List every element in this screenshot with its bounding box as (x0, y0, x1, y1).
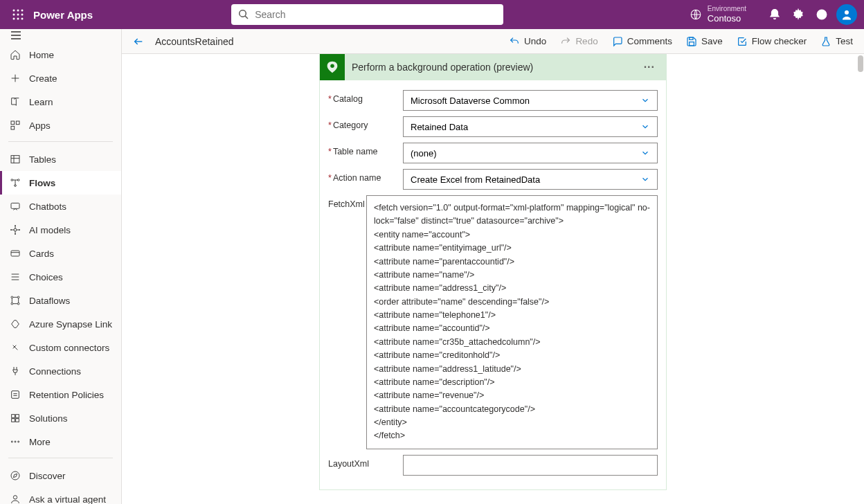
test-icon (820, 36, 831, 47)
fetchxml-line: <attribute name="telephone1"/> (374, 309, 650, 322)
undo-button[interactable]: Undo (509, 36, 546, 47)
hamburger-icon[interactable] (10, 29, 22, 42)
svg-point-39 (17, 296, 19, 298)
nav-cards[interactable]: Cards (0, 242, 121, 265)
nav-label: Connections (29, 366, 81, 377)
svg-point-38 (11, 296, 13, 298)
nav-ai-models[interactable]: AI models (0, 218, 121, 242)
layoutxml-input[interactable] (403, 455, 658, 476)
nav-custom-connectors[interactable]: Custom connectors (0, 336, 121, 359)
test-button[interactable]: Test (820, 36, 853, 47)
nav-label: Learn (29, 97, 53, 107)
nav-more[interactable]: More (0, 430, 121, 453)
search-input[interactable] (255, 9, 496, 20)
nav-connections[interactable]: Connections (0, 359, 121, 383)
svg-rect-54 (690, 37, 693, 39)
fetchxml-line: <attribute name="address1_city"/> (374, 282, 650, 295)
nav-label: Custom connectors (29, 343, 109, 353)
nav-chatbots[interactable]: Chatbots (0, 195, 121, 218)
notifications-icon[interactable] (763, 8, 786, 21)
settings-icon[interactable] (786, 8, 810, 21)
search-icon (238, 9, 249, 20)
nav-tables[interactable]: Tables (0, 147, 121, 171)
nav-synapse[interactable]: Azure Synapse Link (0, 312, 121, 336)
svg-point-50 (11, 471, 19, 480)
step-menu-icon[interactable]: ··· (641, 61, 658, 73)
catalog-dropdown[interactable]: Microsoft Dataverse Common (403, 90, 658, 111)
chevron-down-icon (640, 148, 650, 158)
category-dropdown[interactable]: Retained Data (403, 116, 658, 137)
chevron-down-icon (640, 96, 650, 105)
comments-button[interactable]: Comments (612, 36, 672, 47)
nav-label: Dataflows (29, 296, 70, 306)
save-button[interactable]: Save (686, 36, 723, 47)
svg-point-49 (18, 441, 19, 442)
nav-label: Apps (29, 120, 51, 131)
svg-point-7 (17, 18, 19, 20)
nav-solutions[interactable]: Solutions (0, 406, 121, 430)
svg-point-4 (17, 14, 19, 16)
nav-learn[interactable]: Learn (0, 90, 121, 114)
nav-discover[interactable]: Discover (0, 464, 121, 487)
fetchxml-line: <entity name="account"> (374, 228, 650, 242)
label-layoutxml: LayoutXml (328, 455, 403, 469)
label-fetchxml: FetchXml (328, 195, 366, 209)
svg-point-31 (10, 229, 11, 230)
svg-rect-46 (16, 419, 19, 422)
fetchxml-line: <attribute name="parentaccountid"/> (374, 255, 650, 269)
table-name-dropdown[interactable]: (none) (403, 143, 658, 163)
app-launcher-icon[interactable] (7, 9, 29, 20)
nav-apps[interactable]: Apps (0, 114, 121, 137)
nav-label: Ask a virtual agent (29, 494, 106, 505)
cmd-label: Redo (575, 36, 597, 46)
nav-home[interactable]: Home (0, 43, 121, 66)
dataverse-icon (320, 54, 345, 80)
nav-label: Tables (29, 154, 56, 165)
global-header: Power Apps Environment Contoso (0, 0, 864, 29)
environment-value: Contoso (708, 13, 746, 24)
svg-rect-33 (11, 251, 19, 256)
nav-dataflows[interactable]: Dataflows (0, 289, 121, 312)
cmd-label: Comments (627, 36, 672, 46)
nav-ask-agent[interactable]: Ask a virtual agent (0, 487, 121, 504)
avatar[interactable] (836, 4, 857, 25)
svg-point-1 (17, 10, 19, 12)
svg-point-28 (14, 228, 17, 231)
svg-point-25 (17, 179, 19, 181)
dropdown-value: Create Excel from RetainedData (411, 174, 540, 185)
nav-retention[interactable]: Retention Policies (0, 383, 121, 406)
action-name-dropdown[interactable]: Create Excel from RetainedData (403, 169, 658, 190)
svg-rect-19 (16, 121, 19, 125)
nav-create[interactable]: Create (0, 66, 121, 90)
fetchxml-line: <attribute name="cr35b_attachedcolumn"/> (374, 336, 650, 349)
fetchxml-line: <attribute name="name"/> (374, 269, 650, 282)
fetchxml-line: <attribute name="accountid"/> (374, 322, 650, 335)
fetchxml-line: </fetch> (374, 429, 650, 442)
fetchxml-textarea[interactable]: <fetch version="1.0" output-format="xml-… (366, 195, 658, 449)
svg-rect-27 (11, 203, 19, 208)
back-icon[interactable] (133, 36, 144, 47)
dropdown-value: Microsoft Dataverse Common (411, 96, 530, 106)
chevron-down-icon (640, 122, 650, 132)
step-header[interactable]: Perform a background operation (preview)… (320, 54, 666, 80)
search-box[interactable] (231, 4, 503, 25)
svg-rect-21 (11, 156, 19, 163)
designer-canvas: Perform a background operation (preview)… (122, 54, 864, 504)
environment-picker[interactable]: Environment Contoso (690, 5, 746, 24)
nav-flows[interactable]: Flows (0, 171, 121, 195)
svg-rect-42 (12, 391, 19, 399)
flow-checker-button[interactable]: Flow checker (737, 36, 807, 47)
nav-choices[interactable]: Choices (0, 265, 121, 289)
fetchxml-line: <attribute name="revenue"/> (374, 389, 650, 402)
help-icon[interactable] (810, 8, 834, 21)
fetchxml-line: <attribute name="accountcategorycode"/> (374, 403, 650, 416)
svg-point-32 (19, 229, 19, 230)
svg-point-3 (13, 14, 15, 16)
brand-title: Power Apps (33, 9, 93, 21)
fetchxml-line: <attribute name="description"/> (374, 376, 650, 389)
svg-point-41 (17, 303, 19, 305)
vertical-scrollbar[interactable] (857, 54, 864, 504)
svg-rect-20 (11, 126, 15, 129)
fetchxml-line: </entity> (374, 416, 650, 429)
svg-point-0 (13, 10, 15, 12)
